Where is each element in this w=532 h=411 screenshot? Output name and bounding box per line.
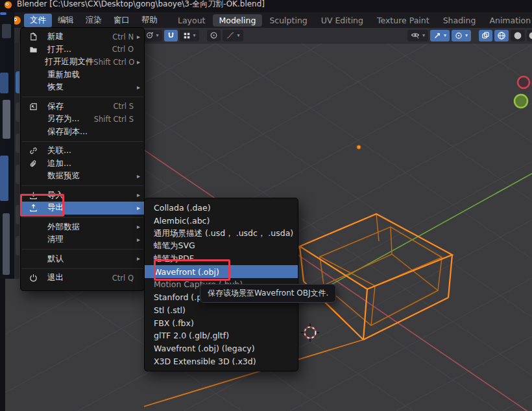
file-menu-item-save-copy[interactable]: 保存副本... — [21, 126, 144, 139]
object-visibility-dropdown[interactable]: ▾ — [407, 30, 428, 41]
menu-separator — [21, 249, 143, 250]
viewport-display-controls: ▾ ▾ ▾ — [407, 30, 532, 41]
tooltip: 保存该场景至Wavefront OBJ文件. — [200, 284, 336, 303]
export-item-grease-pencil-svg[interactable]: 蜡笔为SVG — [145, 240, 298, 253]
chevron-down-icon: ▾ — [465, 33, 468, 38]
export-item-collada[interactable]: Collada (.dae) — [145, 202, 298, 215]
snap-toggle-button[interactable] — [164, 30, 178, 41]
file-menu-item-external-data[interactable]: 外部数据 ▸ — [21, 221, 144, 234]
submenu-arrow-icon: ▸ — [134, 84, 140, 91]
shading-solid-button[interactable] — [511, 30, 525, 41]
tab-sculpting[interactable]: Sculpting — [263, 14, 313, 27]
file-menu-item-quit[interactable]: 退出 Ctrl Q — [21, 272, 144, 285]
show-gizmo-dropdown[interactable]: ▾ — [430, 30, 450, 41]
tab-shading[interactable]: Shading — [437, 14, 483, 27]
chevron-down-icon: ▾ — [422, 33, 425, 38]
magnet-icon — [167, 31, 175, 40]
file-menu-item-clean-up[interactable]: 清理 ▸ — [21, 233, 144, 246]
submenu-arrow-icon: ▸ — [134, 34, 140, 40]
menu-separator — [21, 185, 143, 186]
menu-render[interactable]: 渲染 — [80, 14, 108, 27]
shading-material-button[interactable] — [527, 30, 532, 41]
chevron-down-icon: ▾ — [237, 33, 240, 38]
new-file-icon — [29, 32, 47, 41]
gizmo-axis-y[interactable] — [514, 95, 527, 108]
file-menu-item-open[interactable]: 打开... Ctrl O — [21, 43, 144, 56]
annotation-box-wavefront — [154, 259, 230, 281]
tab-texture-paint[interactable]: Texture Paint — [370, 14, 436, 27]
power-icon — [29, 274, 47, 282]
tooltip-text: 保存该场景至Wavefront OBJ文件. — [208, 288, 328, 298]
menu-separator — [21, 217, 143, 218]
gizmo-axis-x[interactable] — [518, 76, 529, 88]
menu-window[interactable]: 窗口 — [108, 14, 136, 27]
toolbar-slice — [14, 43, 19, 279]
background-edge-strip — [0, 279, 5, 411]
chevron-down-icon: ▾ — [193, 33, 196, 38]
export-item-stl[interactable]: Stl (.stl) — [145, 304, 298, 317]
pivot-icon — [145, 31, 154, 40]
export-item-fbx[interactable]: FBX (.fbx) — [145, 316, 298, 329]
xray-icon — [481, 31, 490, 40]
chevron-down-icon: ▾ — [156, 33, 159, 38]
export-item-usd[interactable]: 通用场景描述 (.usd， .usdc， .usda) — [145, 227, 298, 240]
chevron-down-icon: ▾ — [444, 33, 446, 38]
export-item-wavefront-legacy[interactable]: Wavefront (.obj) (legacy) — [145, 342, 298, 355]
top-bar: 文件 编辑 渲染 窗口 帮助 Layout Modeling Sculpting… — [0, 12, 532, 28]
submenu-arrow-icon: ▸ — [134, 173, 140, 180]
submenu-arrow-icon: ▸ — [134, 224, 140, 230]
menu-separator — [21, 97, 143, 97]
proportional-editing-button[interactable] — [207, 30, 221, 41]
file-menu-item-append[interactable]: 追加... — [21, 158, 144, 170]
link-icon — [29, 147, 47, 155]
file-menu-item-link[interactable]: 关联... — [21, 145, 144, 158]
pivot-point-dropdown[interactable]: ▾ — [142, 30, 162, 41]
snap-settings-dropdown[interactable]: ▾ — [180, 30, 199, 41]
workspace-tabs: Layout Modeling Sculpting UV Editing Tex… — [171, 14, 532, 27]
material-sphere-icon — [528, 31, 532, 40]
eye-cursor-icon — [411, 31, 420, 40]
file-menu-item-data-preview[interactable]: 数据预览 ▸ — [21, 170, 144, 183]
folder-open-icon — [29, 45, 47, 54]
export-item-alembic[interactable]: Alembic(.abc) — [145, 215, 298, 228]
menu-file[interactable]: 文件 — [24, 14, 52, 27]
menu-edit[interactable]: 编辑 — [52, 14, 80, 27]
annotation-box-export — [20, 194, 64, 217]
solid-sphere-icon — [513, 31, 522, 40]
submenu-arrow-icon: ▸ — [134, 192, 140, 198]
file-menu-item-open-recent[interactable]: 打开近期文件 Shift Ctrl O ▸ — [21, 56, 144, 69]
file-menu-item-new[interactable]: 新建 Ctrl N ▸ — [21, 30, 144, 43]
file-menu: 新建 Ctrl N ▸ 打开... Ctrl O 打开近期文件 Shift Ct… — [20, 27, 145, 291]
tab-modeling[interactable]: Modeling — [213, 14, 263, 27]
snap-grid-icon — [183, 32, 191, 40]
tab-animation[interactable]: Animation — [483, 14, 532, 27]
window-title: Blender [C:\Users\CX\Desktop\gong\baoye\… — [17, 0, 265, 9]
file-menu-item-revert[interactable]: 重新加载 — [21, 69, 144, 82]
export-item-x3d[interactable]: X3D Extensible 3D (.x3d) — [145, 355, 298, 368]
background-window-sliver — [0, 12, 14, 279]
object-origin-dot — [357, 145, 361, 149]
submenu-arrow-icon: ▸ — [134, 59, 140, 65]
xray-toggle-button[interactable] — [479, 30, 492, 41]
tab-layout[interactable]: Layout — [171, 14, 212, 27]
wireframe-globe-icon — [497, 31, 506, 40]
title-bar: Blender [C:\Users\CX\Desktop\gong\baoye\… — [0, 0, 532, 12]
shading-wireframe-button[interactable] — [494, 30, 509, 41]
gizmo-arrow-icon — [433, 32, 441, 40]
menu-separator — [21, 141, 143, 142]
show-overlays-dropdown[interactable]: ▾ — [452, 30, 471, 41]
paperclip-icon — [29, 159, 47, 168]
file-menu-item-recover[interactable]: 恢复 ▸ — [21, 81, 144, 94]
file-menu-item-defaults[interactable]: 默认 ▸ — [21, 253, 144, 266]
tab-uv-editing[interactable]: UV Editing — [315, 14, 370, 27]
proportional-falloff-dropdown[interactable]: ▾ — [223, 30, 243, 41]
overlays-sphere-icon — [455, 32, 463, 40]
falloff-curve-icon — [226, 31, 235, 40]
file-menu-item-save[interactable]: 保存 Ctrl S — [21, 100, 144, 113]
proportional-circle-icon — [210, 31, 218, 40]
menu-help[interactable]: 帮助 — [136, 14, 163, 27]
submenu-arrow-icon: ▸ — [134, 237, 140, 243]
file-menu-item-save-as[interactable]: 另存为... Shift Ctrl S — [21, 113, 144, 126]
save-icon — [29, 102, 47, 111]
export-item-gltf[interactable]: glTF 2.0 (.glb/.gltf) — [145, 329, 298, 342]
